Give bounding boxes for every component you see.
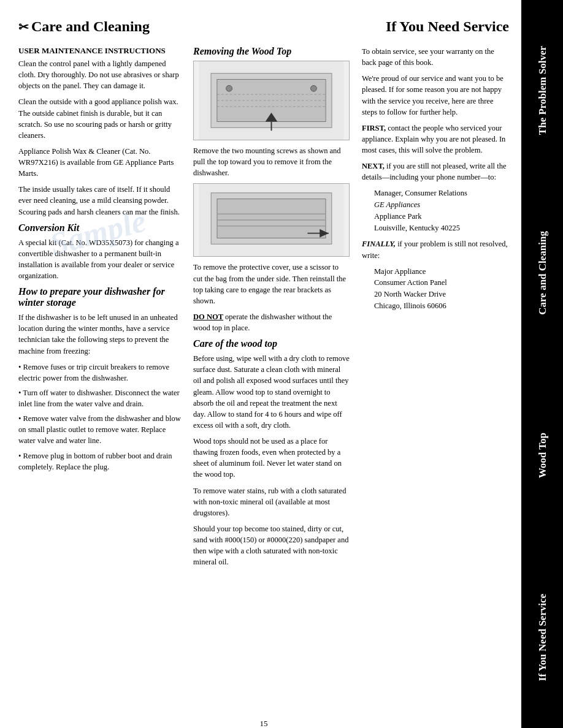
sidebar-care: Care and Cleaning <box>521 183 563 365</box>
service-next: NEXT, if you are still not pleased, writ… <box>362 161 509 183</box>
svg-point-3 <box>226 85 232 91</box>
wood-top-svg-2 <box>194 184 349 256</box>
address1-line3: Appliance Park <box>374 211 509 222</box>
address1-line2: GE Appliances <box>374 199 509 211</box>
address2-line1: Major Appliance <box>374 266 509 278</box>
wood-top-svg-1 <box>194 61 349 140</box>
winter-storage-section: How to prepare your dishwasher for winte… <box>18 286 181 472</box>
service-first: FIRST, contact the people who serviced y… <box>362 123 509 156</box>
right-section-title: If You Need Service <box>386 18 509 35</box>
wood-top-image-1 <box>193 61 350 140</box>
sidebar-problem-label: The Problem Solver <box>534 41 551 140</box>
address1-line1: Manager, Consumer Relations <box>374 188 509 199</box>
service-finally: FINALLY, if your problem is still not re… <box>362 238 509 260</box>
address2-line3: 20 North Wacker Drive <box>374 289 509 300</box>
svg-rect-12 <box>217 199 326 238</box>
conversion-kit-section: Conversion Kit A special kit (Cat. No. W… <box>18 222 181 282</box>
right-column: To obtain service, see your warranty on … <box>362 46 509 713</box>
address2-line2: Consumer Action Panel <box>374 277 509 289</box>
bullet-4: • Remove plug in bottom of rubber boot a… <box>18 450 181 472</box>
removing-wood-top-heading: Removing the Wood Top <box>193 46 350 57</box>
user-maintenance-section: USER MAINTENANCE INSTRUCTIONS Clean the … <box>18 46 181 218</box>
care-wood-top-section: Care of the wood top Before using, wipe … <box>193 338 350 567</box>
care-wood-p2: Wood tops should not be used as a place … <box>193 436 350 480</box>
user-maintenance-p1: Clean the control panel with a lightly d… <box>18 58 181 91</box>
removing-caption-1: Remove the two mounting screws as shown … <box>193 145 350 178</box>
content-columns: USER MAINTENANCE INSTRUCTIONS Clean the … <box>18 46 509 713</box>
do-not-text: DO NOT operate the dishwasher without th… <box>193 311 350 333</box>
page-header: ✂ Care and Cleaning If You Need Service <box>18 18 509 35</box>
bullet-1: • Remove fuses or trip circuit breakers … <box>18 362 181 384</box>
page-container: Sample ✂ Care and Cleaning If You Need S… <box>0 0 563 728</box>
user-maintenance-heading: USER MAINTENANCE INSTRUCTIONS <box>18 46 181 56</box>
scissors-icon: ✂ <box>18 20 29 34</box>
sidebar-service-label: If You Need Service <box>534 589 551 686</box>
service-section: To obtain service, see your warranty on … <box>362 46 509 312</box>
conversion-kit-heading: Conversion Kit <box>18 222 181 233</box>
conversion-kit-p: A special kit (Cat. No. WD35X5073) for c… <box>18 237 181 282</box>
care-wood-top-heading: Care of the wood top <box>193 338 350 349</box>
sidebar: The Problem Solver Care and Cleaning Woo… <box>521 0 563 728</box>
care-wood-p1: Before using, wipe well with a dry cloth… <box>193 353 350 431</box>
middle-column: Removing the Wood Top <box>193 46 350 713</box>
sidebar-service: If You Need Service <box>521 547 563 729</box>
bullet-2: • Turn off water to dishwasher. Disconne… <box>18 387 181 409</box>
user-maintenance-p2: Clean the outside with a good appliance … <box>18 96 181 141</box>
wood-top-image-2 <box>193 183 350 257</box>
address-block-1: Manager, Consumer Relations GE Appliance… <box>374 188 509 233</box>
winter-storage-heading: How to prepare your dishwasher for winte… <box>18 286 181 308</box>
address2-line4: Chicago, Illinois 60606 <box>374 300 509 312</box>
svg-point-4 <box>311 85 317 91</box>
page-number: 15 <box>18 719 509 728</box>
bullet-3: • Remove water valve from the dishwasher… <box>18 413 181 446</box>
sidebar-care-label: Care and Cleaning <box>534 226 551 320</box>
removing-wood-top-section: Removing the Wood Top <box>193 46 350 333</box>
address-block-2: Major Appliance Consumer Action Panel 20… <box>374 266 509 312</box>
next-label: NEXT, <box>362 162 385 170</box>
sidebar-problem: The Problem Solver <box>521 0 563 183</box>
address1-line4: Louisville, Kentucky 40225 <box>374 222 509 234</box>
left-column: USER MAINTENANCE INSTRUCTIONS Clean the … <box>18 46 181 713</box>
sidebar-wood-label: Wood Top <box>534 428 551 483</box>
user-maintenance-p3: Appliance Polish Wax & Cleaner (Cat. No.… <box>18 146 181 179</box>
removing-caption-2: To remove the protective cover, use a sc… <box>193 262 350 306</box>
main-content: Sample ✂ Care and Cleaning If You Need S… <box>0 0 521 728</box>
first-label: FIRST, <box>362 124 386 132</box>
service-intro: To obtain service, see your warranty on … <box>362 46 509 68</box>
sidebar-wood: Wood Top <box>521 365 563 547</box>
winter-storage-intro: If the dishwasher is to be left unused i… <box>18 312 181 357</box>
main-title: ✂ Care and Cleaning <box>18 18 150 35</box>
user-maintenance-p4: The inside usually takes care of itself.… <box>18 184 181 217</box>
do-not-label: DO NOT <box>193 313 223 321</box>
finally-label: FINALLY, <box>362 240 396 248</box>
care-wood-p3: To remove water stains, rub with a cloth… <box>193 485 350 518</box>
care-wood-p4: Should your top become too stained, dirt… <box>193 523 350 568</box>
service-p1: We're proud of our service and want you … <box>362 73 509 118</box>
